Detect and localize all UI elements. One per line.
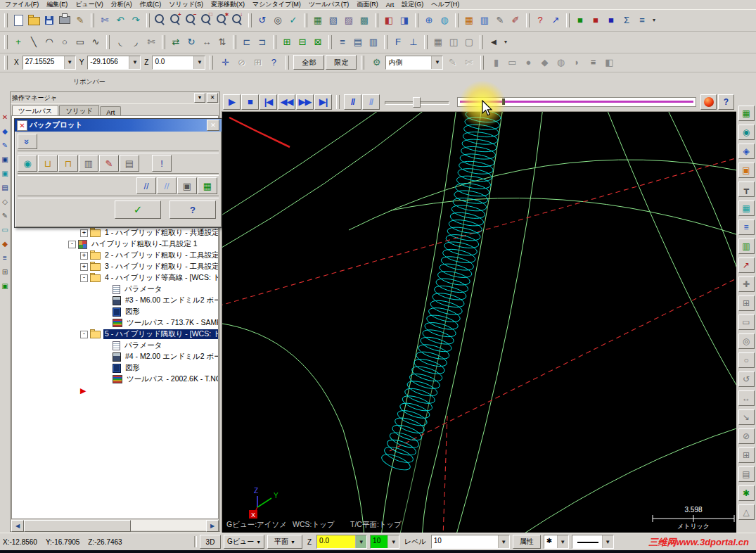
ladder-icon[interactable]: ≡	[585, 55, 601, 70]
rows-navy-icon[interactable]: ▤	[1, 183, 10, 192]
multi-columns-icon[interactable]: ▥	[477, 13, 492, 28]
z-depth-input[interactable]: 0.0 ▼	[316, 535, 367, 549]
create-spline-icon[interactable]: ∿	[88, 34, 103, 50]
collapse-icon[interactable]: -	[80, 274, 88, 282]
toolbar-grip[interactable]	[566, 13, 570, 27]
select-limit-button[interactable]: 限定	[326, 55, 357, 70]
grid-gray-icon[interactable]: ⊞	[1, 267, 10, 276]
viewport-single-icon[interactable]: ◧	[381, 13, 397, 28]
dynamic-rotate-icon[interactable]: ↺	[255, 13, 270, 28]
z-depth-dropdown-icon[interactable]: ▼	[355, 535, 366, 548]
hatch-one-icon[interactable]: //	[136, 177, 156, 194]
mode-3d-button[interactable]: 3D	[200, 535, 221, 549]
toolbar-grip[interactable]	[106, 35, 110, 49]
zoom-out-icon[interactable]: −	[184, 13, 199, 28]
menu-file[interactable]: ファイル(F)	[1, 0, 43, 10]
chip-blue-icon[interactable]: ■	[603, 13, 619, 28]
viewport-multi-icon[interactable]: ◨	[397, 13, 412, 28]
toolpath-follow-button[interactable]: //	[362, 94, 380, 110]
front-plane-icon[interactable]: ▧	[326, 13, 341, 28]
help-jump-icon[interactable]: ↗	[548, 13, 563, 28]
collapse-icon[interactable]: -	[80, 331, 88, 338]
autocursor-icon[interactable]: ✛	[217, 55, 233, 70]
analyze-entity-icon[interactable]: ◎	[270, 13, 286, 28]
select-all-button[interactable]: 全部	[293, 55, 324, 70]
toolbar-grip[interactable]	[4, 56, 8, 70]
clear-colors-icon[interactable]: ✐	[508, 13, 523, 28]
toolbar-grip[interactable]	[361, 56, 364, 70]
circle-gray-icon[interactable]: ○	[738, 352, 755, 368]
menu-art[interactable]: Art	[383, 1, 399, 9]
panel-close-button[interactable]: ✕	[207, 93, 218, 103]
side-select-dropdown-icon[interactable]: ▼	[431, 56, 442, 69]
paint-icon[interactable]: ◧	[601, 55, 617, 70]
cursor-help-icon[interactable]: ?	[266, 55, 281, 70]
toolbar2-overflow-icon[interactable]: ▾	[501, 34, 510, 50]
toolpath-tree-item[interactable]: パラメータ	[12, 284, 218, 295]
panel-green-icon[interactable]: ▣	[1, 281, 10, 291]
backplot-titlebar[interactable]: ✕ バックプロット ✕	[15, 119, 222, 132]
menu-screen[interactable]: 画面(R)	[353, 0, 383, 10]
xform-translate-icon[interactable]: ↔	[199, 34, 214, 50]
menu-toolpaths[interactable]: ツールパス(T)	[305, 0, 353, 10]
snapshot-icon[interactable]: ▣	[177, 177, 197, 194]
diamond-orange-icon[interactable]: ◆	[1, 239, 10, 248]
toolpath-tree-item[interactable]: パラメータ	[12, 340, 218, 351]
color-select-combo[interactable]: 10 ▼	[370, 535, 399, 549]
toolpath-tree-item[interactable]: ツールパス - 713.7K - SAMPLI	[12, 317, 218, 329]
toolbar-grip[interactable]	[415, 13, 418, 27]
planes-icon[interactable]: ◉	[738, 125, 755, 140]
close-dock-icon[interactable]: ✕	[1, 113, 10, 122]
zoom-previous-icon[interactable]: ↓	[230, 13, 245, 28]
toolpath-tree-item[interactable]: -ハイブリッド粗取り-工具設定 1	[12, 239, 218, 250]
expand-icon[interactable]: +	[80, 263, 88, 271]
panel-menu-button[interactable]: ▾	[194, 93, 205, 103]
whats-this-icon[interactable]: ?	[532, 13, 548, 28]
redo-icon[interactable]: ↷	[128, 13, 143, 28]
create-circle-icon[interactable]: ○	[57, 34, 72, 50]
toolbar-grip[interactable]	[480, 56, 484, 70]
zoom-window-icon[interactable]	[153, 13, 168, 28]
show-tool-icon[interactable]: ⊔	[38, 155, 58, 172]
chamfer-icon[interactable]: ◞	[128, 34, 143, 50]
star-green-icon[interactable]: ✱	[738, 485, 755, 501]
level-select-combo[interactable]: 10 ▼	[431, 535, 510, 549]
zoom-in-icon[interactable]: +	[168, 13, 184, 28]
solid-wedge-icon[interactable]: ◗	[569, 55, 584, 70]
save-file-icon[interactable]	[41, 13, 57, 28]
grid-merge-icon[interactable]: ⊟	[295, 34, 310, 50]
z-coord-input[interactable]: 0.0 ▼	[152, 56, 205, 70]
chain-options-icon[interactable]: ⚙	[369, 55, 384, 70]
backplot-progress-bar[interactable]	[457, 97, 696, 107]
xform-rotate-icon[interactable]: ↻	[184, 34, 199, 50]
tree-horizontal-scrollbar[interactable]: ◀ ▶	[11, 520, 219, 530]
select-diamond-icon[interactable]: ◆	[1, 127, 10, 136]
grid-delete-icon[interactable]: ⊠	[310, 34, 326, 50]
menu-help[interactable]: ヘルプ(H)	[428, 0, 463, 10]
offset-left-icon[interactable]: ⊏	[239, 34, 255, 50]
chip-red-icon[interactable]: ■	[588, 13, 603, 28]
toolbar-grip[interactable]	[328, 35, 332, 49]
iso-plane-icon[interactable]: ▩	[357, 13, 372, 28]
progress-handle[interactable]	[502, 98, 505, 105]
add-gray-icon[interactable]: ✚	[738, 276, 755, 292]
layers-gray-icon[interactable]: ▤	[738, 466, 755, 482]
perpendicular-icon[interactable]: ⊥	[406, 34, 421, 50]
diamond-gray-icon[interactable]: ◇	[1, 197, 10, 206]
hatch-all-icon[interactable]: //	[157, 177, 177, 194]
go-to-start-button[interactable]: |◀	[260, 94, 277, 110]
target-gray-icon[interactable]: ◎	[738, 333, 755, 349]
xform-scale-icon[interactable]: ⇅	[214, 34, 230, 50]
analyze-arrow-icon[interactable]: ↗	[738, 258, 755, 273]
toolpath-tree-item[interactable]: ツールパス - 2002.6K - T.NC -	[12, 374, 218, 385]
menu-analyze[interactable]: 分析(A)	[108, 0, 136, 10]
align-grid-icon[interactable]: ▤	[350, 34, 366, 50]
menu-view[interactable]: ビュー(V)	[72, 0, 107, 10]
y-coord-dropdown-icon[interactable]: ▼	[129, 56, 140, 69]
create-line-icon[interactable]: ╲	[26, 34, 41, 50]
toolbar-grip[interactable]	[455, 13, 459, 27]
tri-gray-icon[interactable]: △	[738, 504, 755, 520]
toolpath-trace-button[interactable]: //	[344, 94, 361, 110]
menu-solids[interactable]: ソリッド(S)	[165, 0, 207, 10]
expand-icon[interactable]: +	[80, 252, 88, 260]
